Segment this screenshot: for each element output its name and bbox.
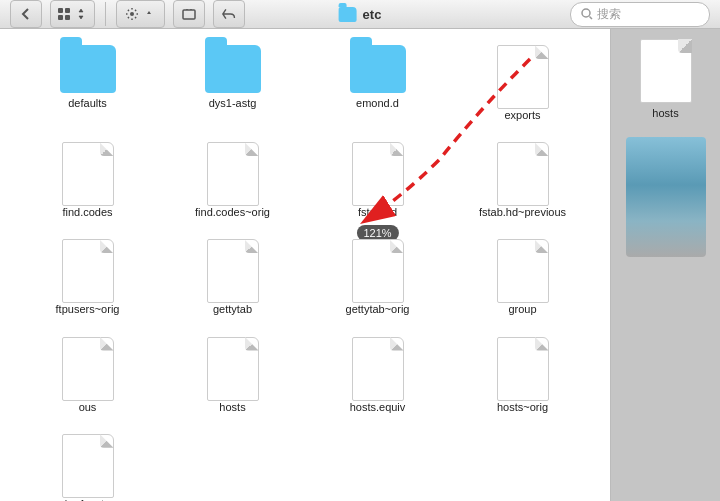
list-item[interactable]: hosts~orig [450,331,595,420]
search-box[interactable]: 搜索 [570,2,710,27]
file-label: defaults [68,97,107,110]
list-item[interactable]: group [450,233,595,322]
preview-image [626,137,706,257]
list-item[interactable]: hosts [160,331,305,420]
grid-view-button[interactable] [50,0,95,28]
share-button[interactable] [173,0,205,28]
file-label: ous [79,401,97,414]
doc-icon [207,337,259,401]
svg-point-4 [130,12,134,16]
file-label: hosts [219,401,245,414]
svg-point-6 [582,9,590,17]
main-content: defaults dys1-astg emond.d exports find.… [0,29,720,501]
folder-title-icon [339,7,357,22]
list-item[interactable]: find.codes [15,136,160,225]
back-nav-button[interactable] [213,0,245,28]
folder-icon [205,45,261,93]
list-item[interactable]: fstab.hd~previous [450,136,595,225]
list-item[interactable]: 121% gettytab~orig [305,233,450,322]
right-panel: hosts [610,29,720,501]
file-label: emond.d [356,97,399,110]
list-item[interactable]: find.codes~orig [160,136,305,225]
svg-rect-0 [58,8,63,13]
file-label: fstab.hd~previous [479,206,566,219]
list-item[interactable]: ftpusers~orig [15,233,160,322]
file-grid: defaults dys1-astg emond.d exports find.… [15,39,595,501]
title-text: etc [363,7,382,22]
doc-icon [62,239,114,303]
doc-icon [497,337,549,401]
list-item[interactable]: fstab.hd [305,136,450,225]
doc-icon [62,337,114,401]
divider [105,2,106,26]
doc-icon [207,239,259,303]
doc-icon [497,239,549,303]
doc-icon [352,337,404,401]
doc-icon [497,142,549,206]
svg-rect-1 [65,8,70,13]
doc-icon [207,142,259,206]
doc-icon [62,142,114,206]
hosts-label: hosts [652,107,678,119]
file-label: gettytab~orig [346,303,410,316]
file-label: hosts.equiv [350,401,406,414]
file-label: gettytab [213,303,252,316]
hosts-doc-icon [640,39,692,103]
file-label: exports [504,109,540,122]
file-browser: defaults dys1-astg emond.d exports find.… [0,29,610,501]
file-label: ftpusers~orig [56,303,120,316]
list-item[interactable]: inq1-astg [15,428,160,501]
list-item[interactable]: dys1-astg [160,39,305,128]
doc-icon [352,142,404,206]
settings-button[interactable] [116,0,165,28]
window-title: etc [339,7,382,22]
svg-rect-3 [65,15,70,20]
svg-rect-5 [183,10,195,19]
list-item[interactable]: gettytab [160,233,305,322]
svg-rect-2 [58,15,63,20]
doc-icon [62,434,114,498]
list-item[interactable]: exports [450,39,595,128]
doc-icon [497,45,549,109]
file-label: find.codes [62,206,112,219]
file-label: fstab.hd [358,206,397,219]
list-item[interactable]: ous [15,331,160,420]
right-hosts-item[interactable]: hosts [640,39,692,119]
folder-icon [350,45,406,93]
folder-icon [60,45,116,93]
titlebar: etc 搜索 [0,0,720,29]
file-label: hosts~orig [497,401,548,414]
back-button[interactable] [10,0,42,28]
doc-icon [352,239,404,303]
list-item[interactable]: emond.d [305,39,450,128]
list-item[interactable]: defaults [15,39,160,128]
file-label: dys1-astg [209,97,257,110]
file-label: find.codes~orig [195,206,270,219]
list-item[interactable]: hosts.equiv [305,331,450,420]
file-label: group [508,303,536,316]
search-placeholder: 搜索 [597,6,621,23]
